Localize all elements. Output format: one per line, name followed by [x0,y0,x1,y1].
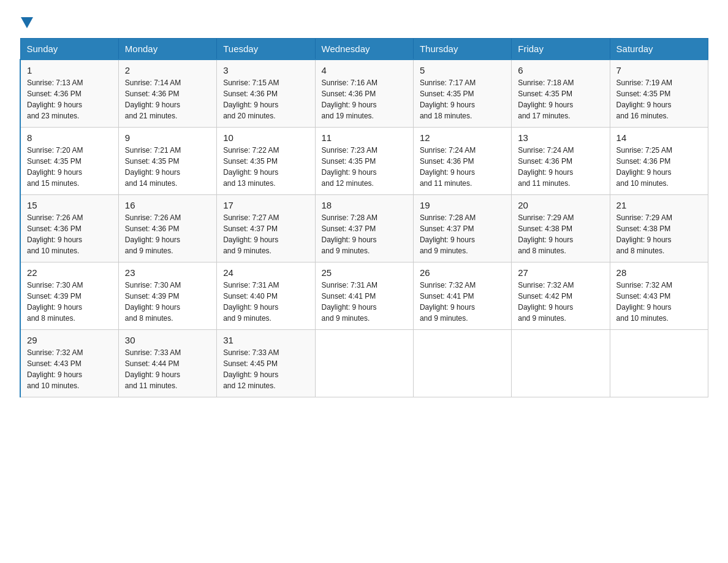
day-number: 8 [27,132,112,143]
calendar-cell: 9 Sunrise: 7:21 AM Sunset: 4:35 PM Dayli… [118,127,216,194]
day-info: Sunrise: 7:30 AM Sunset: 4:39 PM Dayligh… [27,280,112,324]
day-info: Sunrise: 7:29 AM Sunset: 4:38 PM Dayligh… [616,212,702,256]
day-info: Sunrise: 7:33 AM Sunset: 4:45 PM Dayligh… [223,347,308,391]
calendar-cell: 16 Sunrise: 7:26 AM Sunset: 4:36 PM Dayl… [118,194,216,262]
weekday-header-sunday: Sunday [20,39,118,60]
weekday-header-friday: Friday [512,39,610,60]
calendar-cell [413,329,511,397]
calendar-cell: 25 Sunrise: 7:31 AM Sunset: 4:41 PM Dayl… [315,262,413,329]
calendar-cell: 30 Sunrise: 7:33 AM Sunset: 4:44 PM Dayl… [118,329,216,397]
calendar-cell: 1 Sunrise: 7:13 AM Sunset: 4:36 PM Dayli… [20,59,118,127]
day-info: Sunrise: 7:14 AM Sunset: 4:36 PM Dayligh… [125,77,210,121]
day-number: 19 [420,200,505,210]
day-info: Sunrise: 7:23 AM Sunset: 4:35 PM Dayligh… [322,145,407,189]
calendar-cell [315,329,413,397]
calendar-cell: 5 Sunrise: 7:17 AM Sunset: 4:35 PM Dayli… [413,59,511,127]
day-info: Sunrise: 7:24 AM Sunset: 4:36 PM Dayligh… [420,145,505,189]
calendar-table: SundayMondayTuesdayWednesdayThursdayFrid… [20,38,708,397]
day-info: Sunrise: 7:32 AM Sunset: 4:43 PM Dayligh… [27,347,112,391]
weekday-header-wednesday: Wednesday [315,39,413,60]
day-number: 2 [125,65,210,75]
day-info: Sunrise: 7:30 AM Sunset: 4:39 PM Dayligh… [125,280,210,324]
day-number: 26 [420,267,505,278]
day-info: Sunrise: 7:33 AM Sunset: 4:44 PM Dayligh… [125,347,210,391]
page-header [20,15,708,27]
day-number: 4 [322,65,407,75]
calendar-cell: 20 Sunrise: 7:29 AM Sunset: 4:38 PM Dayl… [512,194,610,262]
day-number: 9 [125,132,210,143]
calendar-cell: 23 Sunrise: 7:30 AM Sunset: 4:39 PM Dayl… [118,262,216,329]
day-number: 16 [125,200,210,210]
calendar-cell: 29 Sunrise: 7:32 AM Sunset: 4:43 PM Dayl… [20,329,118,397]
day-info: Sunrise: 7:17 AM Sunset: 4:35 PM Dayligh… [420,77,505,121]
calendar-cell: 14 Sunrise: 7:25 AM Sunset: 4:36 PM Dayl… [610,127,708,194]
calendar-cell: 31 Sunrise: 7:33 AM Sunset: 4:45 PM Dayl… [217,329,315,397]
calendar-cell: 21 Sunrise: 7:29 AM Sunset: 4:38 PM Dayl… [610,194,708,262]
week-row-4: 22 Sunrise: 7:30 AM Sunset: 4:39 PM Dayl… [20,262,708,329]
day-number: 12 [420,132,505,143]
day-info: Sunrise: 7:22 AM Sunset: 4:35 PM Dayligh… [223,145,308,189]
calendar-cell: 17 Sunrise: 7:27 AM Sunset: 4:37 PM Dayl… [217,194,315,262]
day-number: 1 [27,65,112,75]
calendar-cell: 19 Sunrise: 7:28 AM Sunset: 4:37 PM Dayl… [413,194,511,262]
calendar-cell: 10 Sunrise: 7:22 AM Sunset: 4:35 PM Dayl… [217,127,315,194]
day-info: Sunrise: 7:26 AM Sunset: 4:36 PM Dayligh… [27,212,112,256]
day-number: 22 [27,267,112,278]
day-number: 20 [518,200,603,210]
day-info: Sunrise: 7:26 AM Sunset: 4:36 PM Dayligh… [125,212,210,256]
calendar-cell: 27 Sunrise: 7:32 AM Sunset: 4:42 PM Dayl… [512,262,610,329]
day-number: 11 [322,132,407,143]
day-number: 6 [518,65,603,75]
weekday-header-thursday: Thursday [413,39,511,60]
day-info: Sunrise: 7:27 AM Sunset: 4:37 PM Dayligh… [223,212,308,256]
week-row-2: 8 Sunrise: 7:20 AM Sunset: 4:35 PM Dayli… [20,127,708,194]
calendar-body: 1 Sunrise: 7:13 AM Sunset: 4:36 PM Dayli… [20,59,708,397]
day-info: Sunrise: 7:16 AM Sunset: 4:36 PM Dayligh… [322,77,407,121]
calendar-cell: 26 Sunrise: 7:32 AM Sunset: 4:41 PM Dayl… [413,262,511,329]
day-number: 3 [223,65,308,75]
calendar-cell: 8 Sunrise: 7:20 AM Sunset: 4:35 PM Dayli… [20,127,118,194]
day-info: Sunrise: 7:24 AM Sunset: 4:36 PM Dayligh… [518,145,603,189]
calendar-cell: 3 Sunrise: 7:15 AM Sunset: 4:36 PM Dayli… [217,59,315,127]
day-info: Sunrise: 7:25 AM Sunset: 4:36 PM Dayligh… [616,145,702,189]
calendar-cell: 28 Sunrise: 7:32 AM Sunset: 4:43 PM Dayl… [610,262,708,329]
logo [20,15,33,27]
calendar-cell: 4 Sunrise: 7:16 AM Sunset: 4:36 PM Dayli… [315,59,413,127]
calendar-header: SundayMondayTuesdayWednesdayThursdayFrid… [20,39,708,60]
calendar-cell: 7 Sunrise: 7:19 AM Sunset: 4:35 PM Dayli… [610,59,708,127]
day-info: Sunrise: 7:28 AM Sunset: 4:37 PM Dayligh… [322,212,407,256]
day-info: Sunrise: 7:13 AM Sunset: 4:36 PM Dayligh… [27,77,112,121]
day-number: 23 [125,267,210,278]
week-row-3: 15 Sunrise: 7:26 AM Sunset: 4:36 PM Dayl… [20,194,708,262]
day-number: 7 [616,65,702,75]
calendar-cell: 24 Sunrise: 7:31 AM Sunset: 4:40 PM Dayl… [217,262,315,329]
day-number: 17 [223,200,308,210]
day-number: 14 [616,132,702,143]
day-number: 13 [518,132,603,143]
day-info: Sunrise: 7:20 AM Sunset: 4:35 PM Dayligh… [27,145,112,189]
week-row-5: 29 Sunrise: 7:32 AM Sunset: 4:43 PM Dayl… [20,329,708,397]
calendar-cell: 18 Sunrise: 7:28 AM Sunset: 4:37 PM Dayl… [315,194,413,262]
week-row-1: 1 Sunrise: 7:13 AM Sunset: 4:36 PM Dayli… [20,59,708,127]
calendar-cell: 6 Sunrise: 7:18 AM Sunset: 4:35 PM Dayli… [512,59,610,127]
weekday-header-monday: Monday [118,39,216,60]
day-info: Sunrise: 7:32 AM Sunset: 4:43 PM Dayligh… [616,280,702,324]
calendar-cell [610,329,708,397]
day-info: Sunrise: 7:21 AM Sunset: 4:35 PM Dayligh… [125,145,210,189]
calendar-cell: 22 Sunrise: 7:30 AM Sunset: 4:39 PM Dayl… [20,262,118,329]
day-info: Sunrise: 7:28 AM Sunset: 4:37 PM Dayligh… [420,212,505,256]
day-number: 24 [223,267,308,278]
day-number: 25 [322,267,407,278]
day-number: 15 [27,200,112,210]
day-info: Sunrise: 7:19 AM Sunset: 4:35 PM Dayligh… [616,77,702,121]
day-number: 5 [420,65,505,75]
calendar-cell: 12 Sunrise: 7:24 AM Sunset: 4:36 PM Dayl… [413,127,511,194]
day-number: 29 [27,335,112,345]
calendar-cell: 2 Sunrise: 7:14 AM Sunset: 4:36 PM Dayli… [118,59,216,127]
day-number: 18 [322,200,407,210]
day-number: 30 [125,335,210,345]
day-info: Sunrise: 7:18 AM Sunset: 4:35 PM Dayligh… [518,77,603,121]
day-info: Sunrise: 7:29 AM Sunset: 4:38 PM Dayligh… [518,212,603,256]
day-number: 27 [518,267,603,278]
day-number: 10 [223,132,308,143]
